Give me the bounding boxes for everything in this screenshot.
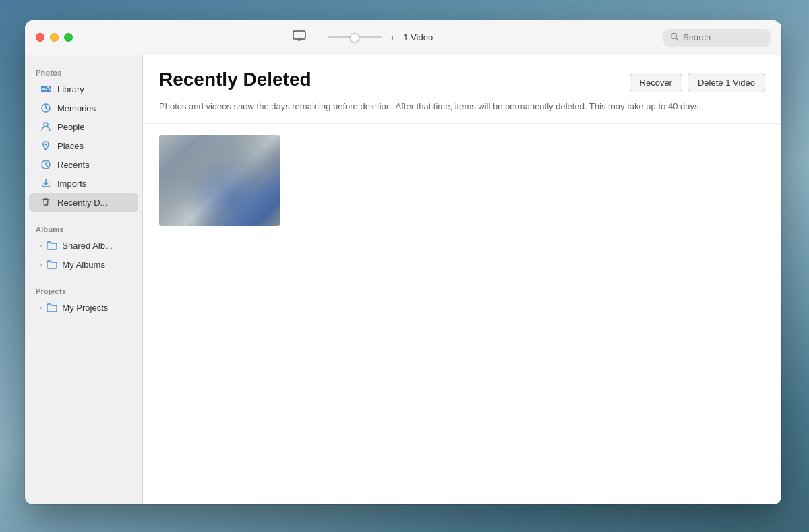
chevron-right-icon-2: ›: [40, 261, 42, 268]
zoom-minus-button[interactable]: −: [314, 32, 320, 43]
chevron-right-icon-3: ›: [40, 304, 42, 312]
video-thumbnail[interactable]: [159, 135, 280, 226]
sidebar-item-people[interactable]: People: [29, 117, 138, 136]
sidebar-item-library[interactable]: Library: [29, 80, 138, 98]
minimize-button[interactable]: [50, 33, 59, 42]
maximize-button[interactable]: [64, 33, 73, 42]
title-bar-title: 1 Video: [403, 32, 433, 42]
recents-icon: [40, 158, 52, 171]
imports-icon: [40, 177, 52, 189]
recently-deleted-label: Recently D...: [57, 198, 107, 208]
svg-line-4: [676, 38, 679, 40]
places-icon: [40, 140, 52, 152]
header-buttons: Recover Delete 1 Video: [630, 73, 765, 92]
shared-albums-label: Shared Alb...: [62, 241, 112, 251]
page-title: Recently Deleted: [159, 69, 311, 90]
svg-point-9: [45, 144, 47, 146]
sidebar-item-my-projects[interactable]: › My Projects: [29, 298, 138, 317]
sidebar-item-recents[interactable]: Recents: [29, 155, 138, 174]
recover-button[interactable]: Recover: [630, 73, 682, 92]
my-projects-folder-icon: [46, 301, 58, 314]
sidebar-item-recently-deleted[interactable]: Recently D...: [29, 193, 138, 212]
memories-icon: [40, 102, 52, 114]
zoom-plus-button[interactable]: +: [390, 32, 395, 43]
content-area: Recently Deleted Recover Delete 1 Video …: [143, 55, 781, 504]
title-bar: − + 1 Video: [25, 20, 781, 55]
sidebar-section-projects: Projects: [25, 282, 142, 298]
library-icon: [40, 83, 52, 95]
sidebar-item-places[interactable]: Places: [29, 136, 138, 155]
search-box[interactable]: [663, 29, 771, 47]
sidebar-section-albums: Albums: [25, 220, 142, 236]
content-grid: [143, 124, 781, 504]
search-icon: [670, 32, 679, 43]
traffic-lights: [36, 33, 73, 42]
video-thumb-image: [159, 135, 280, 226]
recents-label: Recents: [57, 160, 90, 170]
delete-button[interactable]: Delete 1 Video: [688, 73, 765, 92]
slideshow-icon[interactable]: [293, 30, 306, 45]
sidebar-item-memories[interactable]: Memories: [29, 98, 138, 117]
sidebar-item-shared-albums[interactable]: › Shared Alb...: [29, 236, 138, 255]
close-button[interactable]: [36, 33, 44, 42]
places-label: Places: [57, 141, 84, 151]
app-window: − + 1 Video Photos: [25, 20, 781, 504]
library-label: Library: [57, 84, 84, 94]
people-icon: [40, 121, 52, 133]
sidebar-item-imports[interactable]: Imports: [29, 174, 138, 193]
svg-point-6: [47, 86, 49, 88]
people-label: People: [57, 122, 84, 132]
shared-album-folder-icon: [46, 239, 58, 252]
my-projects-label: My Projects: [62, 303, 108, 313]
toolbar-center: − + 1 Video: [73, 30, 653, 45]
trash-icon: [40, 196, 52, 208]
content-header: Recently Deleted Recover Delete 1 Video: [143, 55, 781, 100]
memories-label: Memories: [57, 103, 96, 113]
chevron-right-icon: ›: [40, 242, 42, 249]
imports-label: Imports: [57, 179, 86, 189]
search-input[interactable]: [683, 32, 764, 42]
sidebar-section-photos: Photos: [25, 63, 142, 80]
svg-point-8: [44, 123, 48, 127]
svg-rect-0: [293, 31, 305, 39]
my-albums-label: My Albums: [62, 260, 105, 270]
sidebar: Photos Library M: [25, 55, 143, 504]
zoom-slider[interactable]: [328, 36, 382, 38]
content-description: Photos and videos show the days remainin…: [143, 100, 781, 124]
my-albums-folder-icon: [46, 258, 58, 270]
sidebar-item-my-albums[interactable]: › My Albums: [29, 255, 138, 274]
main-layout: Photos Library M: [25, 55, 781, 504]
